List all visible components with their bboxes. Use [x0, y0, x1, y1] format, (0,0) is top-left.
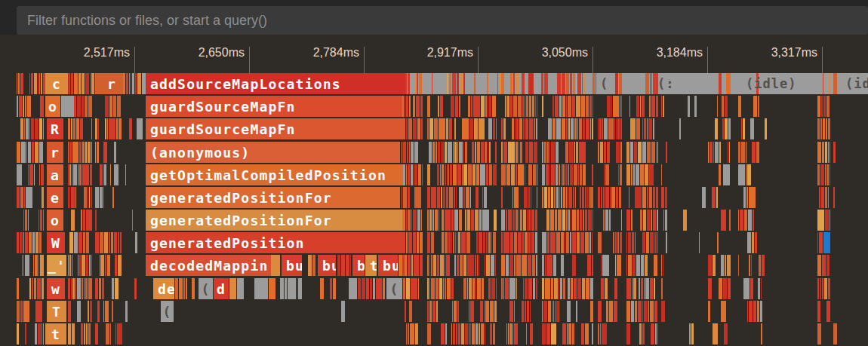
noise-bar[interactable] [476, 278, 476, 299]
noise-bar[interactable] [427, 118, 429, 139]
flame-frame[interactable]: o [47, 210, 63, 231]
noise-bar[interactable] [460, 73, 463, 94]
noise-bar[interactable] [129, 73, 130, 94]
noise-bar[interactable] [573, 73, 575, 94]
noise-bar[interactable] [749, 301, 753, 322]
noise-bar[interactable] [501, 255, 505, 276]
noise-bar[interactable] [458, 232, 460, 253]
noise-bar[interactable] [489, 142, 491, 163]
noise-bar[interactable] [417, 232, 419, 253]
noise-bar[interactable] [179, 278, 183, 299]
noise-bar[interactable] [105, 96, 109, 117]
noise-bar[interactable] [26, 142, 27, 163]
noise-bar[interactable] [822, 278, 823, 299]
noise-bar[interactable] [137, 73, 141, 94]
noise-bar[interactable] [69, 142, 72, 163]
noise-bar[interactable] [471, 210, 474, 231]
noise-bar[interactable] [463, 142, 464, 163]
noise-bar[interactable] [458, 323, 460, 344]
noise-bar[interactable] [447, 278, 451, 299]
noise-bar[interactable] [83, 232, 85, 253]
noise-bar[interactable] [413, 118, 417, 139]
noise-bar[interactable] [417, 118, 420, 139]
noise-bar[interactable] [346, 255, 349, 276]
noise-bar[interactable] [451, 96, 454, 117]
flame-frame[interactable]: t [365, 255, 377, 276]
noise-bar[interactable] [480, 164, 485, 185]
noise-bar[interactable] [649, 187, 652, 208]
noise-bar[interactable] [632, 232, 634, 253]
noise-bar[interactable] [817, 323, 821, 344]
noise-bar[interactable] [522, 96, 524, 117]
noise-bar[interactable] [514, 187, 519, 208]
noise-bar[interactable] [561, 255, 564, 276]
noise-bar[interactable] [728, 142, 728, 163]
noise-bar[interactable] [461, 323, 464, 344]
noise-bar[interactable] [546, 255, 553, 276]
noise-bar[interactable] [528, 73, 534, 94]
noise-bar[interactable] [642, 232, 645, 253]
noise-bar[interactable] [753, 210, 754, 231]
noise-bar[interactable] [753, 96, 757, 117]
noise-bar[interactable] [88, 323, 91, 344]
noise-bar[interactable] [491, 255, 494, 276]
noise-bar[interactable] [71, 210, 75, 231]
noise-bar[interactable] [587, 187, 588, 208]
noise-bar[interactable] [403, 187, 407, 208]
noise-bar[interactable] [483, 232, 485, 253]
noise-bar[interactable] [746, 142, 746, 163]
noise-bar[interactable] [453, 323, 455, 344]
noise-bar[interactable] [651, 142, 655, 163]
noise-bar[interactable] [441, 142, 442, 163]
noise-bar[interactable] [590, 278, 593, 299]
noise-bar[interactable] [519, 73, 521, 94]
noise-bar[interactable] [602, 323, 607, 344]
noise-bar[interactable] [828, 118, 830, 139]
noise-bar[interactable] [609, 210, 611, 231]
noise-bar[interactable] [418, 278, 419, 299]
noise-bar[interactable] [717, 232, 719, 253]
flame-frame[interactable]: a [47, 164, 63, 185]
noise-bar[interactable] [466, 73, 469, 94]
noise-bar[interactable] [28, 142, 31, 163]
noise-bar[interactable] [411, 255, 413, 276]
noise-bar[interactable] [35, 118, 38, 139]
noise-bar[interactable] [636, 255, 640, 276]
noise-bar[interactable] [405, 255, 407, 276]
noise-bar[interactable] [43, 323, 44, 344]
noise-bar[interactable] [555, 96, 559, 117]
noise-bar[interactable] [817, 232, 818, 253]
noise-bar[interactable] [457, 232, 457, 253]
noise-bar[interactable] [563, 187, 565, 208]
noise-bar[interactable] [415, 323, 418, 344]
noise-bar[interactable] [571, 210, 571, 231]
noise-bar[interactable] [568, 323, 571, 344]
noise-bar[interactable] [39, 232, 42, 253]
noise-bar[interactable] [750, 278, 753, 299]
noise-bar[interactable] [645, 255, 648, 276]
noise-bar[interactable] [615, 232, 617, 253]
noise-bar[interactable] [522, 73, 525, 94]
noise-bar[interactable] [635, 232, 636, 253]
noise-bar[interactable] [91, 142, 92, 163]
noise-bar[interactable] [29, 118, 30, 139]
noise-bar[interactable] [457, 255, 459, 276]
noise-bar[interactable] [744, 210, 747, 231]
noise-bar[interactable] [556, 164, 558, 185]
noise-bar[interactable] [100, 164, 102, 185]
noise-bar[interactable] [341, 255, 345, 276]
noise-bar[interactable] [666, 232, 667, 253]
noise-bar[interactable] [512, 187, 513, 208]
noise-bar[interactable] [626, 142, 629, 163]
noise-bar[interactable] [514, 232, 517, 253]
noise-bar[interactable] [661, 301, 665, 322]
noise-bar[interactable] [320, 278, 324, 299]
noise-bar[interactable] [598, 323, 599, 344]
noise-bar[interactable] [542, 96, 543, 117]
noise-bar[interactable] [549, 142, 550, 163]
noise-bar[interactable] [413, 232, 416, 253]
noise-bar[interactable] [833, 73, 837, 94]
noise-bar[interactable] [403, 278, 405, 299]
noise-bar[interactable] [496, 118, 497, 139]
noise-bar[interactable] [614, 301, 617, 322]
